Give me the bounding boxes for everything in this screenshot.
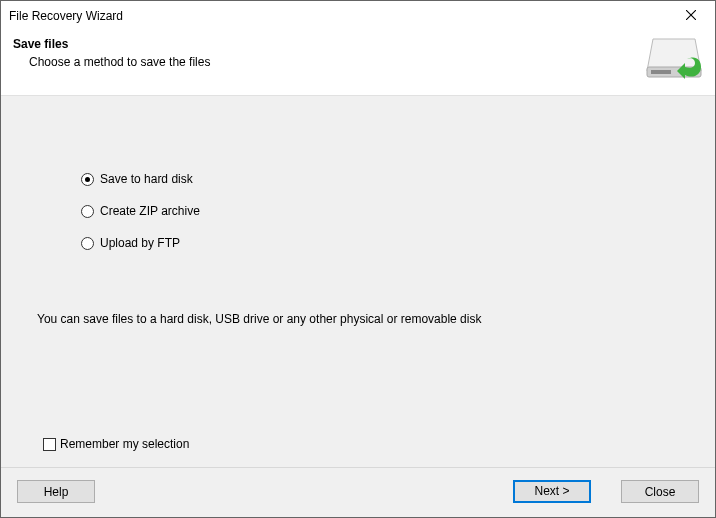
header-subtitle: Choose a method to save the files xyxy=(13,55,645,69)
wizard-window: File Recovery Wizard Save files Choose a… xyxy=(0,0,716,518)
remember-label: Remember my selection xyxy=(60,437,189,451)
wizard-content: Save to hard disk Create ZIP archive Upl… xyxy=(1,95,715,467)
help-button[interactable]: Help xyxy=(17,480,95,503)
method-description: You can save files to a hard disk, USB d… xyxy=(37,312,689,326)
svg-marker-0 xyxy=(647,39,701,71)
svg-rect-2 xyxy=(651,70,671,74)
radio-icon xyxy=(81,173,94,186)
close-button[interactable]: Close xyxy=(621,480,699,503)
remember-selection-checkbox[interactable]: Remember my selection xyxy=(43,437,689,451)
radio-upload-by-ftp[interactable]: Upload by FTP xyxy=(81,236,689,250)
next-button[interactable]: Next > xyxy=(513,480,591,503)
radio-label: Create ZIP archive xyxy=(100,204,200,218)
titlebar: File Recovery Wizard xyxy=(1,1,715,31)
radio-create-zip-archive[interactable]: Create ZIP archive xyxy=(81,204,689,218)
radio-save-to-hard-disk[interactable]: Save to hard disk xyxy=(81,172,689,186)
header-text: Save files Choose a method to save the f… xyxy=(13,37,645,81)
hard-disk-save-icon xyxy=(645,37,703,81)
header-title: Save files xyxy=(13,37,645,51)
wizard-footer: Help Next > Close xyxy=(1,467,715,517)
wizard-header: Save files Choose a method to save the f… xyxy=(1,31,715,95)
radio-label: Upload by FTP xyxy=(100,236,180,250)
checkbox-icon xyxy=(43,438,56,451)
radio-label: Save to hard disk xyxy=(100,172,193,186)
window-title: File Recovery Wizard xyxy=(9,9,669,23)
close-icon xyxy=(686,9,696,23)
close-window-button[interactable] xyxy=(669,2,713,30)
save-method-options: Save to hard disk Create ZIP archive Upl… xyxy=(81,172,689,268)
radio-icon xyxy=(81,237,94,250)
radio-icon xyxy=(81,205,94,218)
